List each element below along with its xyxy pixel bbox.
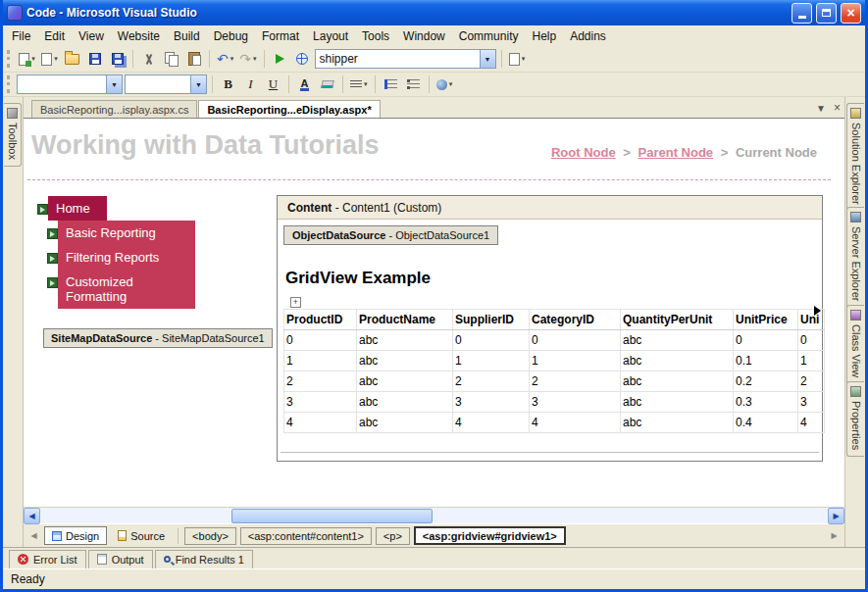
menu-website[interactable]: Website [111,27,167,45]
tag-asp-content[interactable]: <asp:content#content1> [240,527,372,545]
tag-p[interactable]: <p> [376,527,410,545]
grid-cell: 2 [798,371,825,392]
numbered-list-button[interactable] [381,74,401,95]
doc-tab-codebehind[interactable]: BasicReporting...isplay.aspx.cs [31,100,197,118]
content-placeholder[interactable]: Content - Content1 (Custom) ObjectDataSo… [277,195,823,462]
solution-explorer-tab[interactable]: Solution Explorer [846,103,864,212]
class-view-tab[interactable]: Class View [846,305,864,384]
redo-button[interactable]: ↷▾ [237,49,258,70]
toolbar-grip[interactable] [7,75,12,93]
redo-icon: ↷ [239,52,251,66]
grid-cell: 2 [530,371,621,392]
close-document-icon[interactable]: × [834,101,841,115]
grid-header: QuantityPerUnit [621,310,734,330]
menu-format[interactable]: Format [255,27,306,45]
dropdown-arrow-icon: ▾ [253,55,257,63]
toolbar-grip[interactable] [7,50,12,68]
copy-button[interactable] [161,49,181,70]
menu-edit[interactable]: Edit [37,27,72,45]
save-button[interactable] [84,49,105,70]
breadcrumb-root-link[interactable]: Root Node [551,145,616,160]
highlight-button[interactable] [317,74,337,95]
tag-scroll-right-icon[interactable]: ▶ [828,528,841,544]
font-name-combobox[interactable]: ▼ [125,74,207,94]
grid-cell: 0 [453,330,530,351]
title-bar[interactable]: Code - Microsoft Visual Studio × [3,0,865,25]
design-view-label: Design [66,530,99,542]
tag-asp-gridview[interactable]: <asp:gridview#gridview1> [414,526,566,545]
scrollbar-thumb[interactable] [231,509,433,523]
sitemapdatasource-control[interactable]: SiteMapDataSource - SiteMapDataSource1 [43,328,273,348]
minimize-button[interactable] [791,3,812,24]
horizontal-scrollbar[interactable]: ◀ ▶ [24,507,844,523]
menu-community[interactable]: Community [452,27,526,45]
server-explorer-tab[interactable]: Server Explorer [846,207,864,308]
align-button[interactable]: ▾ [348,74,370,95]
objectdatasource-control[interactable]: ObjectDataSource - ObjectDataSource1 [283,225,498,245]
menu-help[interactable]: Help [525,27,563,45]
tab-error-list[interactable]: Error List [9,550,86,568]
tag-body[interactable]: <body> [184,527,236,545]
menu-file[interactable]: File [5,27,37,45]
menu-addins[interactable]: Addins [563,27,613,45]
browse-button[interactable] [292,49,313,70]
find-in-files-button[interactable]: ▾ [507,49,528,70]
grid-cell: 1 [284,351,357,371]
menu-item-customized-formatting[interactable]: Customized Formatting [47,270,195,309]
page-title: Working with Data Tutorials [31,130,380,161]
menu-window[interactable]: Window [396,27,452,45]
combo-dropdown-icon[interactable]: ▼ [106,75,122,93]
add-item-button[interactable]: ▾ [39,49,60,70]
tab-output[interactable]: Output [88,550,153,568]
menu-layout[interactable]: Layout [306,27,355,45]
new-project-button[interactable]: ▾ [17,49,37,70]
open-file-button[interactable] [62,49,82,70]
cut-button[interactable] [138,49,159,70]
block-format-combobox[interactable]: ▼ [17,74,123,94]
error-list-icon [18,554,28,565]
combo-dropdown-icon[interactable]: ▼ [190,75,206,93]
gridview-table[interactable]: ProductID ProductName SupplierID Categor… [283,309,825,433]
grid-row: 1 abc 1 1 abc 0.1 1 [284,351,825,371]
source-view-button[interactable]: Source [111,526,172,545]
close-button[interactable]: × [841,3,861,24]
menu-tools[interactable]: Tools [355,27,396,45]
combo-dropdown-icon[interactable]: ▼ [480,50,495,68]
underline-button[interactable]: U [263,74,283,95]
bold-icon: B [224,76,232,92]
bullet-list-button[interactable] [403,74,424,95]
content-placeholder-header[interactable]: Content - Content1 (Custom) [278,196,822,220]
font-color-button[interactable]: A [294,74,315,95]
undo-button[interactable]: ↶▾ [215,49,235,70]
toolbar-search-combobox[interactable]: shipper ▼ [315,49,496,69]
tab-list-dropdown-icon[interactable]: ▼ [816,103,826,114]
menu-view[interactable]: View [72,27,111,45]
scroll-left-button[interactable]: ◀ [24,508,40,524]
design-view-button[interactable]: Design [44,526,107,545]
output-label: Output [112,554,144,566]
menu-item-basic-reporting[interactable]: Basic Reporting [47,221,195,245]
maximize-button[interactable] [816,3,837,24]
breadcrumb-separator: > [619,145,635,160]
gridview-select-icon[interactable]: + [290,297,301,308]
start-debug-button[interactable] [270,49,290,70]
doc-tab-aspx[interactable]: BasicReporting...eDisplay.aspx* [198,100,380,119]
menu-debug[interactable]: Debug [207,27,255,45]
italic-button[interactable]: I [240,74,261,95]
scroll-right-button[interactable]: ▶ [828,508,844,524]
paste-button[interactable] [183,49,204,70]
find-icon [509,53,520,66]
menu-item-filtering-reports[interactable]: Filtering Reports [47,245,195,270]
design-surface[interactable]: Working with Data Tutorials Root Node > … [24,118,844,507]
toolbox-tab[interactable]: Toolbox [4,103,22,167]
style-button[interactable]: ▾ [434,74,455,95]
menu-item-home[interactable]: Home [37,196,195,221]
bold-button[interactable]: B [218,74,238,95]
save-all-button[interactable] [107,49,128,70]
left-tool-strip: Toolbox [3,97,23,547]
tag-scroll-left-icon[interactable]: ◀ [27,528,40,544]
breadcrumb-parent-link[interactable]: Parent Node [638,145,714,160]
menu-build[interactable]: Build [167,27,207,45]
properties-tab[interactable]: Properties [846,381,864,457]
tab-find-results[interactable]: Find Results 1 [155,550,253,568]
